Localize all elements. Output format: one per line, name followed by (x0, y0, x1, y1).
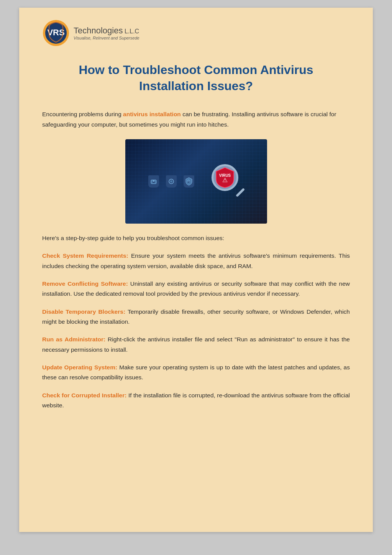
company-tagline: Visualise, ReInvent and Supersede (74, 36, 139, 40)
intro-before-highlight: Encountering problems during (42, 111, 123, 117)
intro-paragraph: Encountering problems during antivirus i… (42, 109, 350, 130)
svg-text:⚠: ⚠ (222, 177, 228, 183)
step-3-title: Disable Temporary Blockers: (42, 308, 125, 315)
magnifier-handle (236, 188, 245, 197)
step-6: Check for Corrupted Installer: If the in… (42, 390, 350, 411)
step-2-title: Remove Conflicting Software: (42, 280, 128, 287)
logo-area: VRS Technologies L.L.C Visualise, ReInve… (42, 19, 350, 47)
step-6-title: Check for Corrupted Installer: (42, 392, 126, 399)
guide-intro-text: Here's a step-by-step guide to help you … (42, 233, 350, 243)
step-5: Update Operating System: Make sure your … (42, 362, 350, 383)
step-5-title: Update Operating System: (42, 364, 117, 371)
hero-image: VIRUS ⚠ (125, 139, 267, 224)
main-title: How to Troubleshoot Common Antivirus Ins… (42, 58, 350, 98)
company-name: Technologies L.L.C (74, 26, 139, 36)
shield-icon-2 (166, 175, 177, 188)
step-4-title: Run as Administrator: (42, 336, 105, 343)
magnifier-container: VIRUS ⚠ (212, 164, 246, 199)
svg-text:VRS: VRS (47, 28, 64, 37)
step-3: Disable Temporary Blockers: Temporarily … (42, 307, 350, 327)
page-container: VRS Technologies L.L.C Visualise, ReInve… (19, 8, 373, 532)
svg-point-7 (170, 180, 172, 183)
step-1: Check System Requirements: Ensure your s… (42, 251, 350, 271)
step-2: Remove Conflicting Software: Uninstall a… (42, 279, 350, 299)
shield-group (148, 175, 194, 188)
step-1-title: Check System Requirements: (42, 252, 128, 259)
step-4: Run as Administrator: Right-click the an… (42, 334, 350, 355)
magnifier-glass: VIRUS ⚠ (212, 164, 238, 191)
intro-highlight: antivirus installation (123, 111, 181, 117)
shield-icon-1 (148, 175, 159, 188)
svg-point-5 (153, 180, 154, 182)
shield-icon-3 (184, 175, 194, 188)
hero-image-container: VIRUS ⚠ (42, 139, 350, 224)
company-logo-icon: VRS (42, 19, 70, 47)
logo-text-area: Technologies L.L.C Visualise, ReInvent a… (74, 26, 139, 40)
magnifier-icon: VIRUS ⚠ (212, 164, 246, 199)
